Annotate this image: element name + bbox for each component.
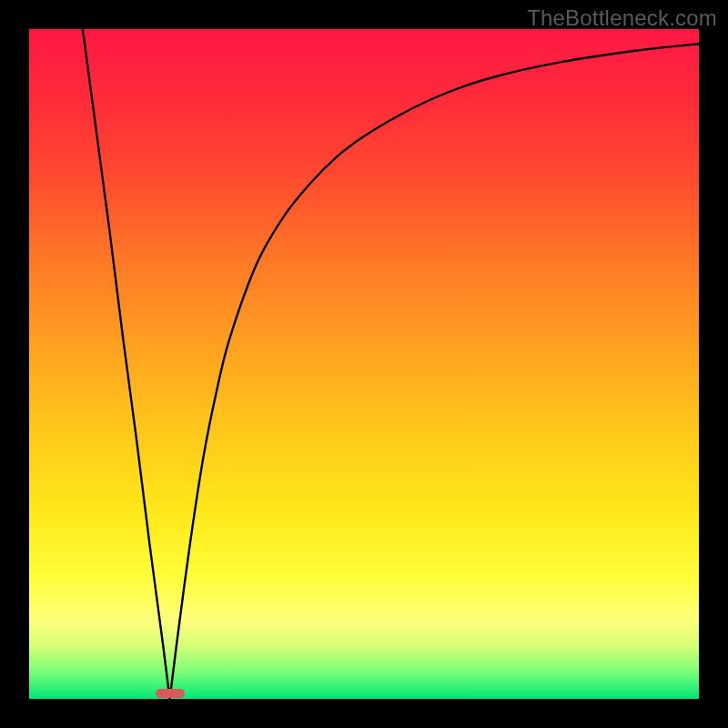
chart-frame: TheBottleneck.com (0, 0, 728, 728)
attribution-label: TheBottleneck.com (527, 5, 717, 31)
plot-area (29, 29, 699, 699)
bottleneck-curve (83, 29, 699, 699)
curve-svg (29, 29, 699, 699)
min-point-marker (156, 689, 185, 698)
